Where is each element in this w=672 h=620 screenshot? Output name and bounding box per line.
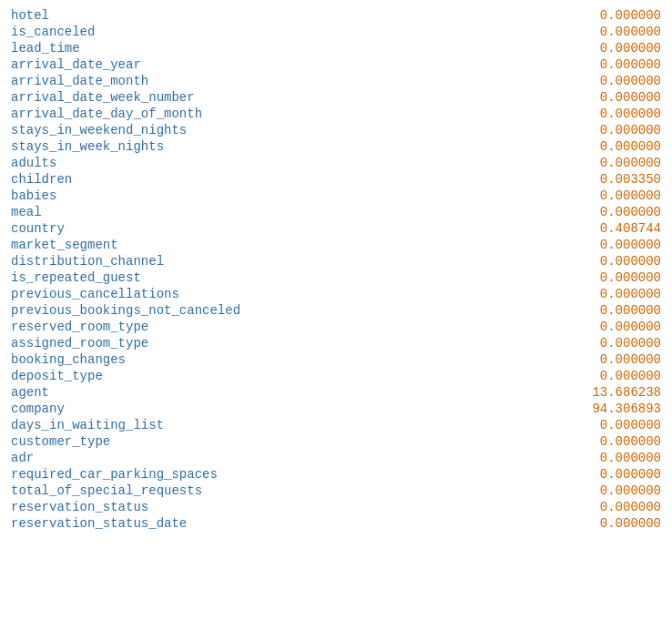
feature-value-label: 94.306893 — [570, 401, 661, 416]
feature-value-label: 0.000000 — [570, 139, 661, 154]
table-row: arrival_date_day_of_month0.000000 — [11, 106, 661, 122]
table-row: assigned_room_type0.000000 — [11, 335, 661, 351]
feature-value-label: 0.000000 — [570, 74, 661, 88]
feature-value-label: 13.686238 — [570, 385, 661, 400]
feature-name-label: adults — [11, 156, 321, 170]
feature-value-label: 0.000000 — [570, 57, 661, 72]
feature-value-label: 0.000000 — [570, 156, 661, 170]
table-row: arrival_date_week_number0.000000 — [11, 89, 661, 106]
table-row: children0.003350 — [11, 171, 661, 188]
feature-name-label: arrival_date_month — [11, 74, 321, 88]
table-row: country0.408744 — [11, 220, 661, 237]
feature-name-label: hotel — [11, 8, 321, 23]
feature-value-label: 0.000000 — [570, 8, 661, 23]
feature-name-label: required_car_parking_spaces — [11, 467, 321, 482]
feature-value-label: 0.000000 — [570, 434, 661, 449]
feature-name-label: agent — [11, 385, 321, 400]
feature-name-label: reservation_status_date — [11, 516, 321, 531]
feature-name-label: company — [11, 401, 321, 416]
feature-value-label: 0.000000 — [570, 451, 661, 465]
feature-name-label: arrival_date_year — [11, 57, 321, 72]
feature-value-label: 0.000000 — [570, 516, 661, 531]
table-row: is_repeated_guest0.000000 — [11, 269, 661, 286]
feature-value-label: 0.000000 — [570, 41, 661, 56]
feature-value-label: 0.408744 — [570, 221, 661, 236]
table-row: agent13.686238 — [11, 384, 661, 401]
table-row: customer_type0.000000 — [11, 433, 661, 450]
feature-value-label: 0.000000 — [570, 369, 661, 383]
feature-name-label: stays_in_weekend_nights — [11, 123, 321, 137]
feature-value-label: 0.000000 — [570, 336, 661, 351]
feature-value-label: 0.000000 — [570, 320, 661, 334]
feature-value-label: 0.003350 — [570, 172, 661, 187]
feature-name-label: booking_changes — [11, 352, 321, 367]
feature-name-label: previous_cancellations — [11, 287, 321, 301]
table-row: required_car_parking_spaces0.000000 — [11, 466, 661, 483]
feature-value-label: 0.000000 — [570, 483, 661, 498]
table-row: total_of_special_requests0.000000 — [11, 483, 661, 499]
table-row: arrival_date_year0.000000 — [11, 56, 661, 73]
feature-name-label: customer_type — [11, 434, 321, 449]
table-row: reservation_status_date0.000000 — [11, 515, 661, 532]
feature-value-label: 0.000000 — [570, 500, 661, 514]
feature-name-label: days_in_waiting_list — [11, 418, 321, 432]
feature-name-label: arrival_date_week_number — [11, 90, 321, 105]
table-row: meal0.000000 — [11, 204, 661, 220]
feature-name-label: country — [11, 221, 321, 236]
feature-name-label: is_repeated_guest — [11, 270, 321, 285]
table-row: stays_in_weekend_nights0.000000 — [11, 122, 661, 138]
table-row: previous_cancellations0.000000 — [11, 286, 661, 302]
feature-value-label: 0.000000 — [570, 254, 661, 269]
table-row: lead_time0.000000 — [11, 40, 661, 56]
feature-name-label: children — [11, 172, 321, 187]
feature-name-label: previous_bookings_not_canceled — [11, 303, 321, 318]
feature-value-label: 0.000000 — [570, 467, 661, 482]
feature-value-label: 0.000000 — [570, 352, 661, 367]
table-row: arrival_date_month0.000000 — [11, 73, 661, 89]
feature-name-label: reserved_room_type — [11, 320, 321, 334]
feature-name-label: distribution_channel — [11, 254, 321, 269]
table-row: deposit_type0.000000 — [11, 368, 661, 384]
feature-value-label: 0.000000 — [570, 107, 661, 121]
feature-name-label: lead_time — [11, 41, 321, 56]
table-row: company94.306893 — [11, 401, 661, 417]
table-row: adults0.000000 — [11, 155, 661, 171]
table-row: days_in_waiting_list0.000000 — [11, 417, 661, 433]
feature-name-label: deposit_type — [11, 369, 321, 383]
feature-value-label: 0.000000 — [570, 418, 661, 432]
feature-name-label: babies — [11, 188, 321, 203]
feature-name-label: adr — [11, 451, 321, 465]
table-row: distribution_channel0.000000 — [11, 253, 661, 269]
table-row: adr0.000000 — [11, 450, 661, 466]
feature-name-label: total_of_special_requests — [11, 483, 321, 498]
feature-value-label: 0.000000 — [570, 303, 661, 318]
table-row: babies0.000000 — [11, 188, 661, 204]
table-row: is_canceled0.000000 — [11, 24, 661, 40]
table-row: market_segment0.000000 — [11, 237, 661, 253]
feature-name-label: meal — [11, 205, 321, 219]
table-row: reserved_room_type0.000000 — [11, 319, 661, 335]
feature-name-label: reservation_status — [11, 500, 321, 514]
feature-value-label: 0.000000 — [570, 25, 661, 39]
feature-name-label: arrival_date_day_of_month — [11, 107, 321, 121]
table-row: stays_in_week_nights0.000000 — [11, 138, 661, 155]
feature-value-label: 0.000000 — [570, 123, 661, 137]
feature-name-label: market_segment — [11, 238, 321, 252]
feature-value-label: 0.000000 — [570, 270, 661, 285]
table-row: hotel0.000000 — [11, 7, 661, 24]
feature-name-label: assigned_room_type — [11, 336, 321, 351]
feature-importance-table: hotel0.000000is_canceled0.000000lead_tim… — [11, 7, 661, 532]
table-row: previous_bookings_not_canceled0.000000 — [11, 302, 661, 319]
feature-value-label: 0.000000 — [570, 188, 661, 203]
table-row: booking_changes0.000000 — [11, 351, 661, 368]
feature-name-label: stays_in_week_nights — [11, 139, 321, 154]
table-row: reservation_status0.000000 — [11, 499, 661, 515]
feature-value-label: 0.000000 — [570, 90, 661, 105]
feature-value-label: 0.000000 — [570, 205, 661, 219]
feature-value-label: 0.000000 — [570, 287, 661, 301]
feature-value-label: 0.000000 — [570, 238, 661, 252]
feature-name-label: is_canceled — [11, 25, 321, 39]
